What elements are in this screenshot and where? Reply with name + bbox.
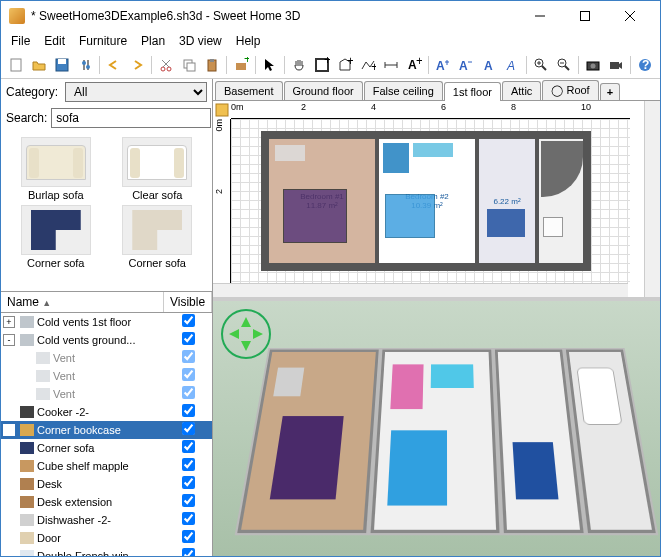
svg-text:+: + [371,60,376,73]
visible-checkbox[interactable] [182,314,195,327]
zoom-out-icon[interactable] [553,54,575,76]
tree-row[interactable]: Desk extension [1,493,212,511]
text-italic-icon[interactable]: A [501,54,523,76]
tree-row[interactable]: +Cold vents 1st floor [1,313,212,331]
create-room-icon[interactable]: + [334,54,356,76]
tree-row[interactable]: Vent [1,385,212,403]
visible-checkbox[interactable] [182,386,195,399]
tree-row[interactable]: Cooker -2- [1,403,212,421]
tree-row[interactable]: Door [1,529,212,547]
room-bedroom2[interactable]: Bedroom #2 10.39 m² [377,137,477,265]
level-tab[interactable]: Ground floor [284,81,363,100]
new-icon[interactable] [5,54,27,76]
catalog-item[interactable]: Burlap sofa [5,135,107,203]
maximize-button[interactable] [562,2,607,30]
help-icon[interactable]: ? [634,54,656,76]
svg-line-35 [542,66,546,70]
catalog-item[interactable]: Corner sofa [5,203,107,271]
create-dimension-icon[interactable] [380,54,402,76]
level-tab[interactable]: False ceiling [364,81,443,100]
visible-checkbox[interactable] [182,350,195,363]
tree-row[interactable]: Double French win... [1,547,212,556]
svg-text:?: ? [642,58,649,72]
svg-text:A: A [436,59,445,73]
furniture-catalog[interactable]: Burlap sofa Clear sofa Corner sofa Corne… [1,131,212,291]
svg-rect-6 [58,59,66,64]
tree-row[interactable]: Corner sofa [1,439,212,457]
visible-checkbox[interactable] [182,530,195,543]
room-stairs[interactable] [537,137,585,265]
redo-icon[interactable] [126,54,148,76]
visible-checkbox[interactable] [182,494,195,507]
menu-file[interactable]: File [5,32,36,50]
visible-checkbox[interactable] [182,548,195,556]
minimize-button[interactable] [517,2,562,30]
add-furniture-icon[interactable]: + [230,54,252,76]
3d-nav-compass[interactable] [221,309,271,359]
close-button[interactable] [607,2,652,30]
tree-toggle[interactable]: + [3,316,15,328]
video-icon[interactable] [605,54,627,76]
menu-3dview[interactable]: 3D view [173,32,228,50]
level-tab[interactable]: Basement [215,81,283,100]
menu-furniture[interactable]: Furniture [73,32,133,50]
visible-checkbox[interactable] [182,458,195,471]
tree-row[interactable]: Vent [1,349,212,367]
tree-row[interactable]: -Cold vents ground... [1,331,212,349]
3d-view[interactable] [213,301,660,556]
level-tab[interactable]: 1st floor [444,82,501,101]
pan-icon[interactable] [288,54,310,76]
photo-icon[interactable] [582,54,604,76]
visible-checkbox[interactable] [182,476,195,489]
tree-toggle[interactable]: - [3,334,15,346]
furniture-tree[interactable]: +Cold vents 1st floor-Cold vents ground.… [1,313,212,556]
tree-row[interactable]: Dishwasher -2- [1,511,212,529]
visible-checkbox[interactable] [182,368,195,381]
save-icon[interactable] [51,54,73,76]
catalog-item[interactable]: Clear sofa [107,135,209,203]
col-visible[interactable]: Visible [164,292,212,312]
menu-help[interactable]: Help [230,32,267,50]
menu-plan[interactable]: Plan [135,32,171,50]
text-bold-icon[interactable]: A [478,54,500,76]
category-select[interactable]: All [65,82,207,102]
select-icon[interactable] [259,54,281,76]
create-walls-icon[interactable]: + [311,54,333,76]
create-polyline-icon[interactable]: + [357,54,379,76]
visible-checkbox[interactable] [182,404,195,417]
open-icon[interactable] [28,54,50,76]
copy-icon[interactable] [178,54,200,76]
level-tab[interactable]: Attic [502,81,541,100]
plan-scrollbar-v[interactable] [644,101,660,297]
room-hall[interactable]: 6.22 m² [477,137,537,265]
col-name[interactable]: Name ▲ [1,292,164,312]
visible-checkbox[interactable] [182,512,195,525]
visible-checkbox[interactable] [182,422,195,435]
plan-origin-icon[interactable] [215,103,229,117]
undo-icon[interactable] [103,54,125,76]
visible-checkbox[interactable] [182,332,195,345]
tree-row[interactable]: Cube shelf mapple [1,457,212,475]
create-text-icon[interactable]: A+ [403,54,425,76]
text-smaller-icon[interactable]: A [455,54,477,76]
tree-row[interactable]: Vent [1,367,212,385]
preferences-icon[interactable] [74,54,96,76]
menu-edit[interactable]: Edit [38,32,71,50]
tree-row[interactable]: Desk [1,475,212,493]
visible-checkbox[interactable] [182,440,195,453]
svg-line-39 [565,66,569,70]
cut-icon[interactable] [155,54,177,76]
tree-row[interactable]: Corner bookcase [1,421,212,439]
catalog-item[interactable]: Corner sofa [107,203,209,271]
add-level-button[interactable]: + [600,83,620,100]
floorplan[interactable]: Bedroom #1 11.87 m² Bedroom #2 10.39 m² … [261,131,591,271]
search-input[interactable] [51,108,211,128]
room-bedroom1[interactable]: Bedroom #1 11.87 m² [267,137,377,265]
plan-view[interactable]: 0m246810 0m2 Bedroom #1 11.87 m² [213,101,660,301]
text-bigger-icon[interactable]: A [432,54,454,76]
paste-icon[interactable] [201,54,223,76]
tree-toggle [19,388,31,400]
zoom-in-icon[interactable] [530,54,552,76]
plan-scrollbar-h[interactable] [213,283,628,297]
level-tab[interactable]: ◯ Roof [542,80,598,100]
